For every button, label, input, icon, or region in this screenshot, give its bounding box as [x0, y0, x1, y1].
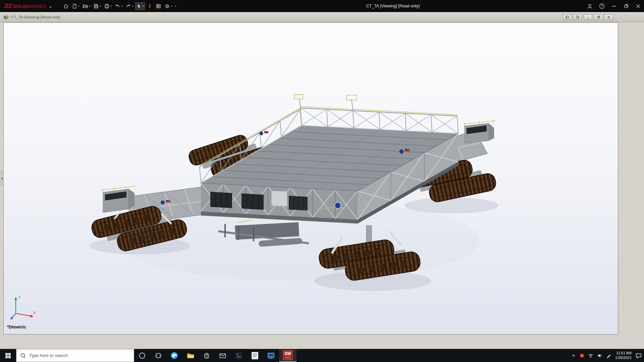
window-controls: ? — [584, 0, 644, 12]
doc-restore-button[interactable] — [594, 14, 603, 20]
file-explorer-button[interactable] — [182, 349, 199, 362]
print-button[interactable]: ▾ — [103, 2, 113, 10]
restore-icon — [623, 3, 629, 9]
cortana-button[interactable] — [134, 349, 150, 362]
clock-date: 1/29/2021 — [615, 356, 632, 360]
chevron-down-icon[interactable]: ▾ — [78, 5, 79, 8]
crawler-transporter-model — [4, 23, 618, 335]
system-tray: 11:51 AM 1/29/2021 — [571, 349, 644, 362]
orientation-triad: Y X — [10, 295, 38, 321]
document-app-icon — [251, 351, 259, 360]
document-window-bar: CT_TA [Viewing] [Read-only] — [0, 12, 644, 22]
solidworks-initials: SW — [284, 352, 291, 356]
app-titlebar: ЗS SOLIDWORKS ▸ ▾ ▾ ▾ ▾ — [0, 0, 644, 12]
hidden-icons-button[interactable] — [571, 353, 576, 358]
graphics-viewport[interactable]: Y X *Dimetric — [3, 22, 618, 335]
start-button[interactable] — [0, 349, 16, 362]
new-file-icon — [72, 3, 77, 9]
clock-time: 11:51 AM — [616, 351, 632, 356]
mail-icon — [219, 352, 227, 360]
help-button[interactable]: ? — [596, 0, 608, 12]
redo-icon — [125, 3, 131, 9]
file-explorer-icon — [186, 352, 195, 360]
pen-settings-button[interactable] — [606, 353, 611, 358]
pane-left-button[interactable] — [563, 14, 572, 20]
chevron-down-icon[interactable]: ▾ — [89, 5, 90, 8]
new-file-button[interactable]: ▾ — [71, 2, 80, 10]
taskbar-clock[interactable]: 11:51 AM 1/29/2021 — [615, 351, 632, 360]
status-bar — [0, 335, 644, 349]
close-icon — [606, 15, 611, 19]
solidworks-taskbar-button[interactable]: SW 2021 — [279, 349, 297, 362]
pane-left-icon — [565, 15, 570, 19]
search-icon — [20, 353, 26, 359]
store-button[interactable] — [199, 349, 215, 362]
brand-text-solid: SOLID — [13, 4, 28, 9]
close-icon — [635, 3, 641, 9]
restore-icon — [596, 15, 601, 19]
file-properties-button[interactable] — [155, 2, 162, 10]
menu-expand-arrow-icon[interactable]: ▸ — [50, 5, 51, 9]
pane-right-button[interactable] — [573, 14, 582, 20]
save-button[interactable]: ▾ — [92, 2, 102, 10]
pane-right-icon — [575, 15, 580, 19]
volume-button[interactable] — [597, 353, 602, 358]
restore-button[interactable] — [620, 0, 632, 12]
home-icon — [63, 3, 69, 9]
help-icon: ? — [599, 3, 605, 9]
chevron-down-icon[interactable]: ▾ — [100, 5, 101, 8]
options-button[interactable]: ▾ — [163, 2, 173, 10]
photos-app-button[interactable] — [231, 349, 247, 362]
window-title: CT_TA [Viewing] [Read-only] — [366, 4, 420, 8]
svg-text:?: ? — [601, 4, 603, 8]
more-tools-chevron-icon[interactable]: ▾ — [175, 5, 176, 8]
file-properties-icon — [156, 3, 161, 9]
redo-button[interactable]: ▾ — [124, 2, 134, 10]
open-button[interactable]: ▾ — [82, 2, 91, 10]
minimize-button[interactable] — [608, 0, 620, 12]
action-center-button[interactable] — [635, 352, 642, 359]
pen-marker-button[interactable] — [146, 2, 154, 10]
doc-minimize-button[interactable] — [584, 14, 592, 20]
document-app-button[interactable] — [247, 349, 263, 362]
document-icon — [3, 14, 9, 20]
select-button[interactable]: ▾ — [135, 2, 145, 10]
document-window-controls — [563, 14, 613, 20]
store-bag-icon — [203, 352, 211, 360]
taskbar-search-input[interactable]: Type here to search — [16, 349, 134, 362]
axis-x-label: X — [33, 311, 36, 315]
close-button[interactable] — [632, 0, 644, 12]
edge-icon — [170, 351, 179, 360]
home-button[interactable] — [62, 2, 70, 10]
tray-app-icon — [580, 353, 584, 358]
action-center-icon — [635, 352, 642, 359]
open-folder-icon — [83, 3, 88, 9]
undo-button[interactable]: ▾ — [114, 2, 123, 10]
select-cursor-icon — [136, 3, 142, 9]
chevron-down-icon[interactable]: ▾ — [171, 5, 172, 8]
photos-app-icon — [234, 351, 243, 360]
mail-button[interactable] — [215, 349, 231, 362]
media-app-button[interactable] — [263, 349, 279, 362]
client-area: Y X *Dimetric — [0, 22, 644, 349]
wifi-icon — [588, 353, 593, 358]
tray-app-button[interactable] — [580, 353, 584, 358]
pen-marker-icon — [147, 3, 153, 9]
edge-browser-button[interactable] — [166, 349, 182, 362]
featuremanager-collapse-handle[interactable] — [0, 172, 4, 185]
network-button[interactable] — [588, 353, 593, 358]
chevron-down-icon[interactable]: ▾ — [143, 5, 144, 8]
chevron-down-icon[interactable]: ▾ — [121, 5, 122, 8]
quick-access-toolbar: ▾ ▾ ▾ ▾ ▾ ▾ ▾ — [62, 2, 176, 10]
task-view-icon — [155, 352, 162, 359]
chevron-up-icon — [571, 353, 576, 358]
minimize-icon — [586, 15, 590, 19]
user-account-icon — [587, 3, 593, 9]
doc-close-button[interactable] — [604, 14, 613, 20]
chevron-down-icon[interactable]: ▾ — [132, 5, 133, 8]
solidworks-logo: ЗS SOLIDWORKS ▸ — [0, 3, 53, 10]
solidworks-logo-mark: ЗS — [4, 3, 12, 10]
chevron-down-icon[interactable]: ▾ — [110, 5, 112, 8]
task-view-button[interactable] — [150, 349, 166, 362]
account-button[interactable] — [584, 0, 596, 12]
